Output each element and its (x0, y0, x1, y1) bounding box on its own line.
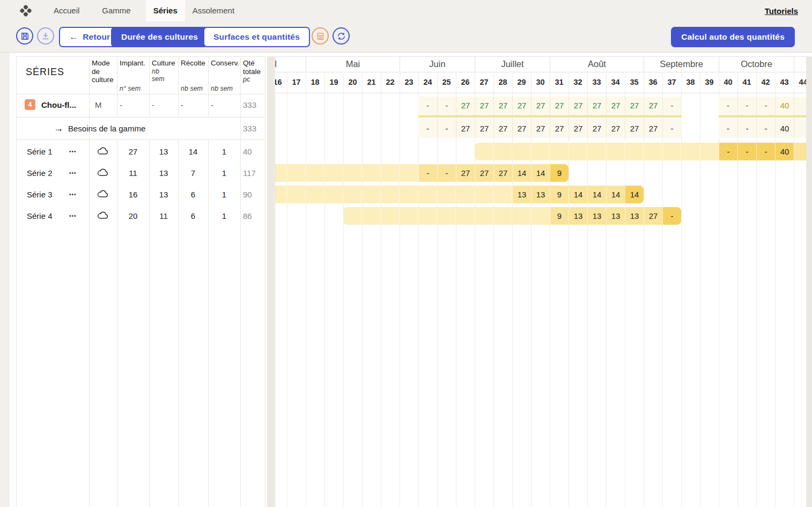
series-implant-value[interactable]: 20 (117, 211, 149, 221)
mode-culture-cloud[interactable] (97, 211, 109, 222)
besoins-week-cell[interactable]: 27 (456, 119, 475, 138)
culture-week-cell[interactable]: 27 (493, 97, 512, 117)
culture-week-cell[interactable]: - (719, 97, 737, 117)
calcul-auto-button[interactable]: Calcul auto des quantités (671, 27, 795, 47)
gantt-value-cell[interactable]: - (756, 143, 775, 160)
series-conserv-value[interactable]: 1 (208, 211, 240, 221)
series-menu-button[interactable]: ••• (69, 149, 77, 155)
besoins-week-cell[interactable]: 27 (625, 119, 644, 138)
gantt-value-cell[interactable]: 14 (606, 186, 625, 203)
series-implant-value[interactable]: 27 (117, 147, 149, 156)
sync-button[interactable] (333, 27, 350, 45)
culture-week-cell[interactable]: 27 (531, 97, 550, 117)
culture-week-cell[interactable]: 27 (644, 97, 662, 117)
culture-week-cell[interactable]: 40 (775, 97, 794, 117)
culture-culture-value[interactable]: - (152, 100, 154, 109)
download-button[interactable] (37, 27, 54, 45)
culture-week-cell[interactable]: 27 (512, 97, 531, 117)
mode-culture-cloud[interactable] (97, 147, 109, 157)
besoins-week-cell[interactable]: - (662, 119, 681, 138)
gantt-value-cell[interactable]: 14 (587, 186, 606, 203)
culture-week-cell[interactable]: 27 (550, 97, 569, 117)
gantt-value-cell[interactable]: - (418, 164, 437, 182)
culture-week-cell[interactable]: 27 (569, 97, 587, 117)
culture-mode-value[interactable]: M (95, 100, 102, 109)
store-button[interactable] (312, 27, 329, 45)
besoins-week-cell[interactable]: 27 (475, 119, 493, 138)
nav-item-gamme[interactable]: Gamme (94, 0, 138, 21)
gantt-value-cell[interactable]: 13 (625, 207, 644, 225)
gantt-bar-série-1[interactable]: ---40 (475, 143, 812, 160)
besoins-week-cell[interactable]: 27 (569, 119, 587, 138)
series-culture-value[interactable]: 13 (149, 147, 178, 156)
gantt-value-cell[interactable]: 27 (493, 164, 512, 182)
besoins-week-cell[interactable]: - (756, 119, 775, 138)
besoins-week-cell[interactable]: - (737, 119, 756, 138)
gantt-value-cell[interactable]: 27 (475, 164, 493, 182)
surfaces-et-quantites-tab[interactable]: Surfaces et quantités (203, 27, 310, 47)
series-menu-button[interactable]: ••• (69, 170, 77, 176)
series-implant-value[interactable]: 16 (117, 190, 149, 199)
gantt-value-cell[interactable]: 13 (531, 186, 550, 203)
series-name[interactable]: Série 1 (27, 147, 53, 156)
mode-culture-cloud[interactable] (97, 190, 109, 200)
gantt-value-cell[interactable]: 27 (456, 164, 475, 182)
gantt-value-cell[interactable]: 14 (531, 164, 550, 182)
culture-week-cell[interactable]: 27 (625, 97, 644, 117)
nav-item-accueil[interactable]: Accueil (46, 0, 87, 21)
besoins-week-cell[interactable]: - (719, 119, 737, 138)
chart-scrollbar[interactable] (806, 56, 812, 507)
nav-item-series[interactable]: Séries (146, 0, 185, 21)
culture-week-cell[interactable]: - (737, 97, 756, 117)
series-recolte-value[interactable]: 6 (178, 190, 208, 199)
series-menu-button[interactable]: ••• (69, 192, 77, 197)
culture-implant-value[interactable]: - (120, 100, 122, 109)
culture-week-cell[interactable]: - (437, 97, 456, 117)
series-name[interactable]: Série 3 (27, 190, 53, 199)
gantt-value-cell[interactable]: - (437, 164, 456, 182)
besoins-week-cell[interactable]: - (418, 119, 437, 138)
gantt-value-cell[interactable]: 14 (512, 164, 531, 182)
gantt-bar-série-2[interactable]: --27272714149 (275, 164, 569, 182)
gantt-value-cell[interactable]: 40 (775, 143, 794, 160)
gantt-value-cell[interactable]: 14 (625, 186, 644, 203)
mode-culture-cloud[interactable] (97, 168, 109, 179)
gantt-value-cell[interactable]: 13 (569, 207, 587, 225)
gantt-value-cell[interactable]: 13 (512, 186, 531, 203)
gantt-value-cell[interactable]: 9 (550, 186, 569, 203)
series-recolte-value[interactable]: 14 (178, 147, 208, 156)
app-logo-icon[interactable] (19, 4, 32, 17)
culture-week-cell[interactable]: - (756, 97, 775, 117)
culture-week-cell[interactable]: - (418, 97, 437, 117)
gantt-bar-série-3[interactable]: 1313914141414 (275, 186, 644, 203)
gantt-bar-série-4[interactable]: 91313131327- (343, 207, 681, 225)
culture-week-cell[interactable]: 27 (456, 97, 475, 117)
save-button[interactable] (16, 27, 33, 45)
gantt-value-cell[interactable]: - (737, 143, 756, 160)
nav-item-assolement[interactable]: Assolement (185, 0, 242, 21)
besoins-week-cell[interactable]: - (437, 119, 456, 138)
table-scrollbar[interactable] (267, 56, 274, 507)
besoins-week-cell[interactable]: 27 (587, 119, 606, 138)
culture-conserv-value[interactable]: - (211, 100, 213, 109)
gantt-value-cell[interactable]: 13 (587, 207, 606, 225)
besoins-week-cell[interactable]: 27 (606, 119, 625, 138)
culture-recolte-value[interactable]: - (181, 100, 183, 109)
besoins-week-cell[interactable]: 27 (493, 119, 512, 138)
besoins-week-cell[interactable]: 27 (531, 119, 550, 138)
culture-week-cell[interactable]: - (662, 97, 681, 117)
tutoriels-link[interactable]: Tutoriels (765, 6, 798, 16)
series-culture-value[interactable]: 11 (149, 211, 178, 221)
series-name[interactable]: Série 2 (27, 168, 53, 178)
series-conserv-value[interactable]: 1 (208, 147, 240, 156)
series-culture-value[interactable]: 13 (149, 168, 178, 178)
gantt-value-cell[interactable]: 27 (644, 207, 662, 225)
series-recolte-value[interactable]: 6 (178, 211, 208, 221)
series-conserv-value[interactable]: 1 (208, 190, 240, 199)
series-conserv-value[interactable]: 1 (208, 168, 240, 178)
gantt-value-cell[interactable]: - (662, 207, 681, 225)
besoins-week-cell[interactable]: 27 (644, 119, 662, 138)
gantt-value-cell[interactable]: 9 (550, 164, 569, 182)
culture-week-cell[interactable]: 27 (587, 97, 606, 117)
culture-week-cell[interactable]: 27 (475, 97, 493, 117)
